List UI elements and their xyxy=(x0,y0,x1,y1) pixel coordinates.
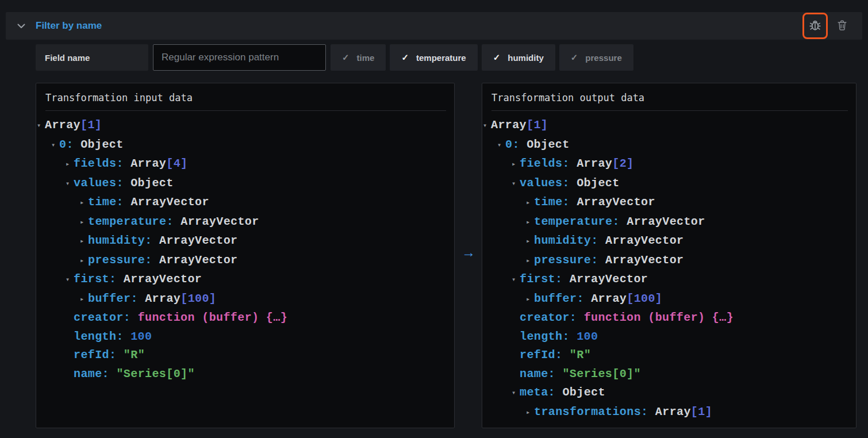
collapse-node-icon[interactable]: ▾ xyxy=(512,271,520,290)
expand-node-icon[interactable]: ▸ xyxy=(80,232,88,251)
json-tree-row[interactable]: ▸humidity: ArrayVector xyxy=(482,232,856,251)
json-key: time: xyxy=(88,195,130,209)
json-tree-row[interactable]: ▾first: ArrayVector xyxy=(36,270,454,290)
json-tree-row: length: 100 xyxy=(482,328,856,347)
expand-node-icon[interactable]: ▸ xyxy=(526,252,534,271)
json-value-type: ArrayVector xyxy=(577,195,655,209)
json-value-type: ArrayVector xyxy=(570,272,648,286)
json-tree-row[interactable]: ▸time: ArrayVector xyxy=(36,193,454,213)
json-key: fields: xyxy=(74,157,130,170)
json-key: name: xyxy=(520,367,562,381)
section-collapse-toggle[interactable]: Filter by name xyxy=(6,20,102,32)
json-key: buffer: xyxy=(534,292,591,305)
json-key: creator: xyxy=(74,311,138,324)
expand-node-icon[interactable]: ▸ xyxy=(526,213,534,232)
json-value-len: [1] xyxy=(691,405,712,418)
json-key: temperature: xyxy=(88,215,180,228)
json-key: transformations: xyxy=(534,405,655,418)
json-key: pressure: xyxy=(534,253,605,267)
json-key: temperature: xyxy=(534,215,627,228)
json-tree-row[interactable]: ▸temperature: ArrayVector xyxy=(482,213,856,232)
field-chip-label: time xyxy=(357,53,375,63)
json-tree-row[interactable]: ▾first: ArrayVector xyxy=(482,270,856,290)
collapse-node-icon[interactable]: ▾ xyxy=(66,175,74,194)
json-tree-row[interactable]: ▾meta: Object xyxy=(482,383,856,403)
json-tree-row: creator: function (buffer) {…} xyxy=(482,309,856,328)
field-chip-pressure[interactable]: ✓pressure xyxy=(559,44,633,71)
json-tree-row[interactable]: ▾Array[1] xyxy=(482,116,856,136)
json-tree-row[interactable]: ▸fields: Array[2] xyxy=(482,155,856,174)
json-value-func: function (buffer) {…} xyxy=(584,311,733,324)
collapse-node-icon[interactable]: ▾ xyxy=(512,384,520,403)
json-tree-row[interactable]: ▸time: ArrayVector xyxy=(482,193,856,213)
field-chip-time[interactable]: ✓time xyxy=(331,44,386,71)
expand-node-icon[interactable]: ▸ xyxy=(80,213,88,232)
expand-node-icon[interactable]: ▸ xyxy=(66,155,74,174)
json-tree-row[interactable]: ▾values: Object xyxy=(36,174,454,194)
json-value-str: "R" xyxy=(124,348,145,362)
field-chip-humidity[interactable]: ✓humidity xyxy=(482,44,555,71)
field-option-chips: ✓time✓temperature✓humidity✓pressure xyxy=(331,44,633,71)
json-value-type: Object xyxy=(527,138,569,151)
json-value-len: [100] xyxy=(627,292,662,305)
chevron-down-icon[interactable] xyxy=(17,21,26,30)
expand-node-icon[interactable]: ▸ xyxy=(526,404,534,422)
json-tree-row[interactable]: ▾Array[1] xyxy=(36,116,454,136)
expand-node-icon[interactable]: ▸ xyxy=(512,155,520,174)
json-key: length: xyxy=(74,330,130,343)
json-tree-row[interactable]: ▾0: Object xyxy=(482,136,856,155)
json-tree-row[interactable]: ▾0: Object xyxy=(36,136,454,155)
json-tree-row[interactable]: ▸humidity: ArrayVector xyxy=(36,232,454,251)
debug-transformation-button[interactable] xyxy=(802,13,828,39)
collapse-node-icon[interactable]: ▾ xyxy=(512,175,520,194)
expand-node-icon[interactable]: ▸ xyxy=(526,232,534,251)
collapse-node-icon[interactable]: ▾ xyxy=(66,271,74,290)
output-panel-title: Transformation output data xyxy=(482,83,856,110)
collapse-node-icon[interactable]: ▾ xyxy=(483,117,491,136)
json-key: refId: xyxy=(520,348,570,362)
transformation-header-bar: Filter by name xyxy=(6,12,862,40)
field-chip-temperature[interactable]: ✓temperature xyxy=(390,44,477,71)
json-value-type: Object xyxy=(577,176,619,190)
json-key: length: xyxy=(520,330,577,343)
field-name-label: Field name xyxy=(36,44,148,71)
delete-transformation-button[interactable] xyxy=(834,17,851,34)
expand-node-icon[interactable]: ▸ xyxy=(80,290,88,309)
json-value-type: ArrayVector xyxy=(124,272,202,286)
json-tree-row[interactable]: ▸buffer: Array[100] xyxy=(36,290,454,309)
expand-node-icon[interactable]: ▸ xyxy=(526,194,534,213)
json-tree-row: creator: function (buffer) {…} xyxy=(36,309,454,328)
json-tree-row: refId: "R" xyxy=(36,346,454,365)
json-tree-row[interactable]: ▸pressure: ArrayVector xyxy=(482,251,856,271)
collapse-node-icon[interactable]: ▾ xyxy=(51,136,59,155)
collapse-node-icon[interactable]: ▾ xyxy=(37,117,45,136)
output-json-tree: ▾Array[1]▾0: Object▸fields: Array[2]▾val… xyxy=(482,111,856,422)
json-tree-row[interactable]: ▸transformations: Array[1] xyxy=(482,403,856,422)
input-data-panel: Transformation input data ▾Array[1]▾0: O… xyxy=(36,83,455,428)
expand-node-icon[interactable]: ▸ xyxy=(526,290,534,309)
collapse-node-icon[interactable]: ▾ xyxy=(497,136,505,155)
expand-node-icon[interactable]: ▸ xyxy=(80,252,88,271)
regex-pattern-input[interactable] xyxy=(153,44,326,71)
check-icon: ✓ xyxy=(342,52,349,63)
json-value-func: function (buffer) {…} xyxy=(138,311,287,324)
json-key: meta: xyxy=(520,386,562,399)
json-tree-row[interactable]: ▸pressure: ArrayVector xyxy=(36,251,454,271)
json-key: pressure: xyxy=(88,253,159,267)
json-tree-row[interactable]: ▾values: Object xyxy=(482,174,856,194)
json-value-type: ArrayVector xyxy=(130,195,209,209)
transform-arrow-icon: → xyxy=(459,243,478,262)
json-tree-row: name: "Series[0]" xyxy=(482,365,856,384)
check-icon: ✓ xyxy=(493,52,501,63)
json-value-type: Array xyxy=(655,405,691,418)
json-tree-row[interactable]: ▸temperature: ArrayVector xyxy=(36,213,454,232)
json-tree-row[interactable]: ▸buffer: Array[100] xyxy=(482,290,856,309)
expand-node-icon[interactable]: ▸ xyxy=(80,194,88,213)
json-value-type: Object xyxy=(80,138,123,151)
json-value-len: [4] xyxy=(166,157,187,170)
json-key: first: xyxy=(74,272,124,286)
json-tree-row[interactable]: ▸fields: Array[4] xyxy=(36,155,454,174)
output-data-panel: Transformation output data ▾Array[1]▾0: … xyxy=(482,83,857,428)
json-tree-row: length: 100 xyxy=(36,328,454,347)
json-key: creator: xyxy=(520,311,584,324)
